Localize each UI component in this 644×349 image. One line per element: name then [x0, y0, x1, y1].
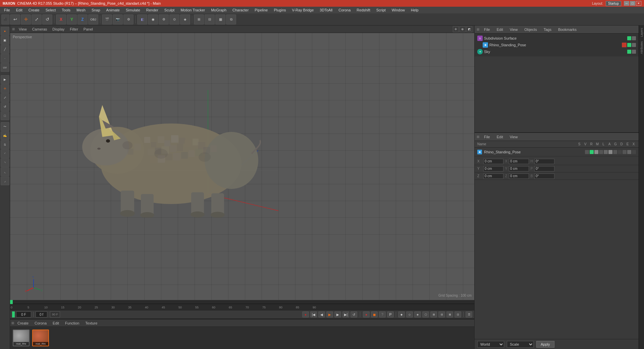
toolbar-snap-2[interactable]: ⊟ [205, 14, 215, 24]
toolbar-y-axis[interactable]: Y [67, 14, 77, 24]
attr-obj-icon-10[interactable] [627, 150, 631, 154]
sidebar-sculpt4[interactable]: ◞ [1, 177, 9, 185]
coord-x-size[interactable] [509, 159, 529, 164]
viewport-handle[interactable]: ⊞ [12, 27, 15, 31]
viewport-menu-view[interactable]: View [17, 27, 28, 32]
toolbar-scale[interactable]: ⤢ [32, 14, 42, 24]
goto-start-button[interactable]: |◀ [310, 311, 317, 317]
attr-obj-icon-5[interactable] [604, 150, 608, 154]
vp-icon-2[interactable]: ⊕ [460, 26, 466, 32]
sidebar-mode-edge[interactable]: ╱ [1, 45, 9, 54]
attr-obj-icon-8[interactable] [618, 150, 622, 154]
tl-status-1[interactable]: ● [363, 311, 370, 317]
step-back-button[interactable]: ◀ [318, 311, 325, 317]
tl-menu[interactable]: ☰ [466, 311, 472, 317]
sidebar-select-live[interactable]: ▶ [1, 75, 9, 84]
coord-z-size[interactable] [509, 173, 529, 179]
menu-pipeline[interactable]: Pipeline [252, 7, 270, 13]
om-item-subdivision[interactable]: S Subdivision Surface [475, 35, 639, 42]
menu-help[interactable]: Help [408, 7, 421, 13]
scale-dropdown[interactable]: Scale [507, 341, 534, 348]
tl-status-p[interactable]: P [387, 311, 394, 317]
menu-plugins[interactable]: Plugins [271, 7, 288, 13]
sidebar-sculpt2[interactable]: ◝ [1, 158, 9, 167]
om-subdiv-vis-icon[interactable] [627, 36, 631, 40]
sidebar-scale[interactable]: ⤢ [1, 93, 9, 102]
toolbar-view-mode-3[interactable]: ⚙ [159, 14, 169, 24]
attr-handle[interactable]: ⊞ [477, 135, 479, 139]
attr-obj-icon-3[interactable] [594, 150, 598, 154]
vp-icon-1[interactable]: ✛ [453, 26, 459, 32]
tl-keyframe-7[interactable]: ⊠ [446, 311, 453, 317]
sidebar-paint[interactable]: S [1, 140, 9, 149]
mat-menu-texture[interactable]: Texture [83, 320, 100, 326]
om-menu-view[interactable]: View [508, 27, 520, 32]
mat-menu-corona[interactable]: Corona [32, 320, 49, 326]
menu-3dtoall[interactable]: 3DToAll [317, 7, 335, 13]
menu-sculpt[interactable]: Sculpt [162, 7, 177, 13]
maximize-button[interactable]: □ [630, 1, 635, 6]
menu-simulate[interactable]: Simulate [123, 7, 143, 13]
toolbar-undo[interactable]: ↩ [10, 14, 20, 24]
om-menu-edit[interactable]: Edit [495, 27, 505, 32]
toolbar-render-settings[interactable]: ⚙ [123, 14, 133, 24]
mat-menu-function[interactable]: Function [62, 320, 82, 326]
om-menu-bookmarks[interactable]: Bookmarks [556, 27, 579, 32]
rs-tab-attributes[interactable]: Attributes [639, 39, 644, 56]
coord-y-pos[interactable] [483, 166, 503, 171]
sidebar-sculpt3[interactable]: ◟ [1, 167, 9, 176]
attr-obj-icon-1[interactable] [585, 150, 589, 154]
sidebar-select-rect[interactable]: □ [1, 111, 9, 120]
om-menu-tags[interactable]: Tags [542, 27, 553, 32]
tl-keyframe-3[interactable]: ◈ [414, 311, 421, 317]
toolbar-view-mode-2[interactable]: ◉ [148, 14, 158, 24]
om-sky-vis-icon[interactable] [627, 50, 631, 54]
attr-menu-view[interactable]: View [508, 135, 520, 139]
step-forward-button[interactable]: ▶ [334, 311, 341, 317]
tl-keyframe-6[interactable]: ⊟ [438, 311, 445, 317]
menu-animate[interactable]: Animate [104, 7, 122, 13]
sidebar-move[interactable]: ✛ [1, 84, 9, 93]
coord-y-rot[interactable] [534, 166, 554, 171]
mat-handle[interactable]: ⊞ [11, 321, 14, 325]
om-rhino-mat-icon[interactable] [622, 43, 627, 47]
om-handle[interactable]: ⊞ [477, 28, 479, 31]
mat-menu-create[interactable]: Create [15, 320, 31, 326]
menu-script[interactable]: Script [374, 7, 388, 13]
close-button[interactable]: ✕ [636, 1, 641, 6]
menu-select[interactable]: Select [43, 7, 59, 13]
toolbar-view-mode-1[interactable]: ◧ [137, 14, 147, 24]
attr-menu-file[interactable]: File [482, 135, 492, 139]
timeline-fps-input[interactable] [36, 311, 47, 317]
attr-obj-icon-2[interactable] [590, 150, 594, 154]
menu-motion-tracker[interactable]: Motion Tracker [178, 7, 208, 13]
toolbar-mode-points[interactable]: ⬛ [1, 14, 9, 24]
om-menu-file[interactable]: File [482, 27, 492, 32]
attr-menu-edit[interactable]: Edit [495, 135, 505, 139]
toolbar-render[interactable]: 📷 [113, 14, 123, 24]
tl-keyframe-4[interactable]: ⬡ [422, 311, 429, 317]
viewport-menu-display[interactable]: Display [51, 27, 66, 32]
menu-file[interactable]: File [1, 7, 13, 13]
sidebar-mode-uvw[interactable]: UV [1, 63, 9, 72]
menu-snap[interactable]: Snap [89, 7, 103, 13]
attr-obj-icon-9[interactable] [623, 150, 627, 154]
attr-obj-icon-11[interactable] [632, 150, 636, 154]
sidebar-mode-point[interactable]: · [1, 54, 9, 63]
tl-keyframe-8[interactable]: ⊡ [454, 311, 461, 317]
toolbar-view-mode-4[interactable]: ⊙ [169, 14, 179, 24]
play-button[interactable]: ▶ [326, 311, 333, 317]
coord-y-size[interactable] [509, 166, 529, 171]
menu-vray[interactable]: V-Ray Bridge [289, 7, 317, 13]
coord-z-rot[interactable] [534, 173, 554, 179]
tl-status-2[interactable]: ◼ [371, 311, 378, 317]
tl-keyframe-5[interactable]: ⊞ [430, 311, 437, 317]
viewport[interactable]: Perspective [10, 33, 474, 300]
sidebar-rotate[interactable]: ↺ [1, 102, 9, 111]
om-menu-objects[interactable]: Objects [522, 27, 539, 32]
om-rhino-vis-icon[interactable] [627, 43, 631, 47]
viewport-menu-panel[interactable]: Panel [82, 27, 94, 32]
rs-tab-layers[interactable]: Layers [639, 26, 644, 39]
loop-button[interactable]: ↺ [351, 311, 357, 317]
toolbar-rotate[interactable]: ↺ [42, 14, 52, 24]
